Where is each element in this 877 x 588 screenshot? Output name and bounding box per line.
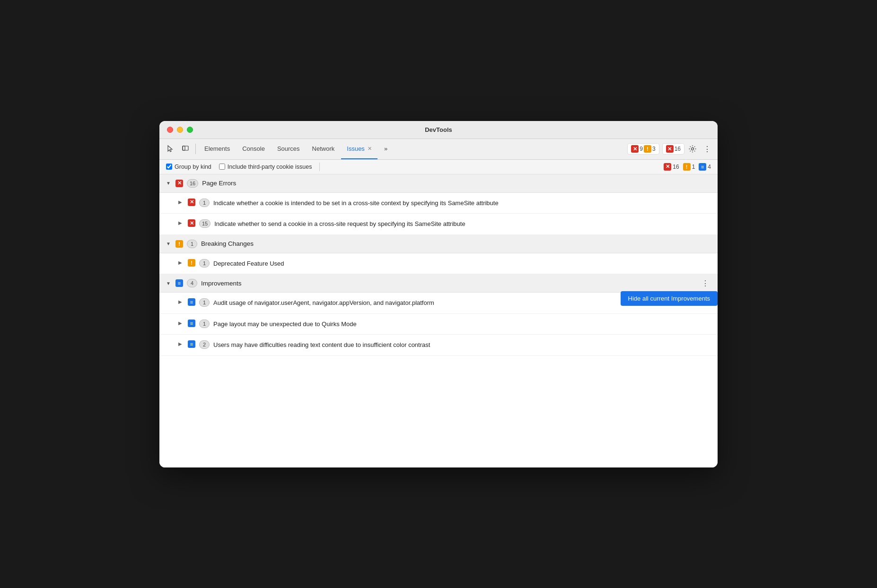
more-options-button[interactable]: ⋮ [701,143,714,156]
opt-info-badge: ≡ 4 [699,163,711,171]
issue-count-badge: 1 [199,259,210,268]
error-warn-badge[interactable]: ✕ 9 ! 3 [627,143,659,155]
options-badges: ✕ 16 ! 1 ≡ 4 [664,163,711,171]
breaking-changes-title: Breaking Changes [201,240,254,247]
improvements-title: Improvements [201,280,242,287]
issue-item[interactable]: ▶ ≡ 1 Page layout may be unexpected due … [159,314,718,335]
issue-item[interactable]: ▶ ✕ 1 Indicate whether a cookie is inten… [159,193,718,214]
tab-console[interactable]: Console [237,138,271,159]
more-vert-icon: ⋮ [703,145,711,154]
issue-text: Indicate whether to send a cookie in a c… [214,219,465,229]
improvements-wrapper: ▼ ≡ 4 Improvements ⋮ Hide all current Im… [159,274,718,356]
issue-info-icon: ≡ [188,340,195,348]
issue-info-icon: ≡ [188,320,195,327]
tab-issues[interactable]: Issues ✕ [341,138,377,159]
include-third-party-label[interactable]: Include third-party cookie issues [219,164,312,170]
improvements-menu-button[interactable]: ⋮ [699,278,712,289]
issue-text: Audit usage of navigator.userAgent, navi… [213,298,434,308]
expand-icon: ▶ [178,260,184,265]
total-count: 16 [675,146,681,152]
issue-error-icon: ✕ [188,219,195,227]
error-icon: ✕ [631,145,639,153]
issue-count-badge: 15 [199,219,210,228]
svg-rect-0 [183,146,188,150]
include-third-party-checkbox[interactable] [219,164,225,170]
issue-item[interactable]: ▶ ! 1 Deprecated Feature Used [159,253,718,275]
opt-warn-count: 1 [692,164,695,170]
breaking-changes-section-header[interactable]: ▼ ! 1 Breaking Changes [159,235,718,253]
window-title: DevTools [425,126,452,133]
expand-icon: ▶ [178,299,184,304]
title-bar: DevTools [159,121,718,139]
options-bar: Group by kind Include third-party cookie… [159,160,718,174]
error-count: 9 [640,146,643,152]
tab-network[interactable]: Network [307,138,341,159]
total-error-icon: ✕ [666,145,674,153]
page-errors-section-header[interactable]: ▼ ✕ 16 Page Errors [159,174,718,193]
tab-close-icon[interactable]: ✕ [368,146,372,152]
improvements-count: 4 [187,279,197,287]
maximize-button[interactable] [187,127,193,133]
opt-error-badge: ✕ 16 [664,163,679,171]
group-by-kind-label[interactable]: Group by kind [166,164,211,170]
page-errors-title: Page Errors [202,180,236,187]
svg-rect-1 [183,146,185,150]
issue-count-badge: 1 [199,320,210,328]
main-content: ▼ ✕ 16 Page Errors ▶ ✕ 1 Indicate whethe… [159,174,718,467]
toolbar-divider [195,144,196,154]
issue-count-badge: 1 [199,199,210,207]
cursor-icon [166,145,175,153]
total-badge[interactable]: ✕ 16 [662,143,684,155]
issue-warn-icon: ! [188,259,195,267]
breaking-changes-count: 1 [187,240,197,248]
close-button[interactable] [167,127,173,133]
tab-elements[interactable]: Elements [199,138,236,159]
three-dots-icon: ⋮ [702,279,709,287]
improvements-icon: ≡ [175,279,183,287]
minimize-button[interactable] [177,127,183,133]
svg-point-2 [692,148,694,150]
toolbar: Elements Console Sources Network Issues … [159,139,718,160]
settings-button[interactable] [685,143,700,155]
devtools-window: DevTools Elements Console Sources Networ… [159,121,718,467]
tab-sources[interactable]: Sources [272,138,306,159]
issue-item[interactable]: ▶ ✕ 15 Indicate whether to send a cookie… [159,214,718,235]
issue-text: Users may have difficulties reading text… [213,340,430,350]
improvements-chevron: ▼ [166,281,172,286]
breaking-changes-chevron: ▼ [166,241,172,246]
page-errors-icon: ✕ [175,180,183,187]
opt-info-icon: ≡ [699,163,706,171]
expand-icon: ▶ [178,320,184,326]
traffic-lights [167,127,193,133]
layers-icon [181,145,190,153]
hide-improvements-popup[interactable]: Hide all current Improvements [621,291,718,306]
issue-count-badge: 2 [199,340,210,349]
opt-error-icon: ✕ [664,163,671,171]
issue-text: Indicate whether a cookie is intended to… [213,199,499,208]
warn-icon: ! [644,145,651,153]
issue-item[interactable]: ▶ ≡ 2 Users may have difficulties readin… [159,335,718,356]
expand-icon: ▶ [178,220,184,225]
issue-text: Page layout may be unexpected due to Qui… [213,320,357,329]
page-errors-count: 16 [187,179,198,188]
opt-error-count: 16 [673,164,679,170]
gear-icon [688,145,697,153]
issue-info-icon: ≡ [188,298,195,306]
expand-icon: ▶ [178,199,184,205]
issue-error-icon: ✕ [188,199,195,206]
more-tabs-button[interactable]: » [378,138,393,159]
warn-count: 3 [652,146,656,152]
opt-warn-badge: ! 1 [683,163,695,171]
layers-tool-button[interactable] [178,143,193,155]
cursor-tool-button[interactable] [163,143,177,155]
expand-icon: ▶ [178,341,184,346]
issue-text: Deprecated Feature Used [213,259,284,268]
opt-info-count: 4 [708,164,711,170]
options-divider [319,163,320,171]
issue-count-badge: 1 [199,298,210,307]
group-by-kind-checkbox[interactable] [166,164,172,170]
breaking-changes-icon: ! [175,240,183,248]
opt-warn-icon: ! [683,163,691,171]
improvements-section-header[interactable]: ▼ ≡ 4 Improvements ⋮ Hide all current Im… [159,274,718,293]
page-errors-chevron: ▼ [166,181,172,186]
